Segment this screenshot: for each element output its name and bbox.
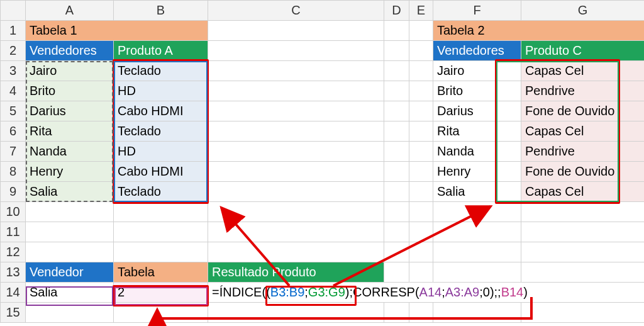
cell-F5[interactable]: Darius <box>433 101 521 121</box>
cell-E8[interactable] <box>409 162 433 182</box>
cell-B8[interactable]: Cabo HDMI <box>114 162 208 182</box>
lookup-header-tabela[interactable]: Tabela <box>114 262 208 283</box>
row-header-5[interactable]: 5 <box>1 101 26 121</box>
cell-A10[interactable] <box>26 202 114 222</box>
cell-D11[interactable] <box>384 222 409 242</box>
tabela1-title[interactable]: Tabela 1 <box>26 21 208 41</box>
cell-F13[interactable] <box>433 262 521 283</box>
cell-B11[interactable] <box>114 222 208 242</box>
row-header-14[interactable]: 14 <box>1 283 26 303</box>
cell-G7[interactable]: Pendrive <box>521 142 645 162</box>
row-header-2[interactable]: 2 <box>1 41 26 61</box>
cell-C15[interactable] <box>208 303 384 323</box>
cell-B10[interactable] <box>114 202 208 222</box>
cell-E7[interactable] <box>409 142 433 162</box>
cell-D7[interactable] <box>384 142 409 162</box>
cell-G12[interactable] <box>521 242 645 262</box>
cell-A9[interactable]: Salia <box>26 182 114 202</box>
cell-E12[interactable] <box>409 242 433 262</box>
cell-D4[interactable] <box>384 81 409 101</box>
cell-G3[interactable]: Capas Cel <box>521 61 645 81</box>
cell-E11[interactable] <box>409 222 433 242</box>
cell-E6[interactable] <box>409 121 433 142</box>
cell-C8[interactable] <box>208 162 384 182</box>
cell-E10[interactable] <box>409 202 433 222</box>
column-header-row[interactable]: A B C D E F G H <box>1 1 645 21</box>
cell-A5[interactable]: Darius <box>26 101 114 121</box>
cell-D8[interactable] <box>384 162 409 182</box>
cell-C9[interactable] <box>208 182 384 202</box>
cell-F3[interactable]: Jairo <box>433 61 521 81</box>
cell-C4[interactable] <box>208 81 384 101</box>
cell-G5[interactable]: Fone de Ouvido <box>521 101 645 121</box>
cell-C10[interactable] <box>208 202 384 222</box>
cell-E2[interactable] <box>409 41 433 61</box>
cell-A3[interactable]: Jairo <box>26 61 114 81</box>
cell-E13[interactable] <box>409 262 433 283</box>
lookup-header-vendedor[interactable]: Vendedor <box>26 262 114 283</box>
lookup-header-resultado[interactable]: Resultado Produto <box>208 262 384 283</box>
cell-D1[interactable] <box>384 21 409 41</box>
cell-F6[interactable]: Rita <box>433 121 521 142</box>
row-header-4[interactable]: 4 <box>1 81 26 101</box>
row-header-13[interactable]: 13 <box>1 262 26 283</box>
row-header-12[interactable]: 12 <box>1 242 26 262</box>
worksheet-grid[interactable]: A B C D E F G H 1 Tabela 1 Tabela 2 2 Ve… <box>0 0 644 323</box>
cell-F9[interactable]: Salia <box>433 182 521 202</box>
cell-B9[interactable]: Teclado <box>114 182 208 202</box>
cell-F15[interactable] <box>433 303 521 323</box>
row-header-7[interactable]: 7 <box>1 142 26 162</box>
cell-B3[interactable]: Teclado <box>114 61 208 81</box>
cell-C11[interactable] <box>208 222 384 242</box>
cell-D2[interactable] <box>384 41 409 61</box>
row-header-15[interactable]: 15 <box>1 303 26 323</box>
cell-D6[interactable] <box>384 121 409 142</box>
cell-C5[interactable] <box>208 101 384 121</box>
cell-G9[interactable]: Capas Cel <box>521 182 645 202</box>
cell-E4[interactable] <box>409 81 433 101</box>
cell-G13[interactable] <box>521 262 645 283</box>
tabela1-header-vendedores[interactable]: Vendedores <box>26 41 114 61</box>
col-header-C[interactable]: C <box>208 1 384 21</box>
cell-B15[interactable] <box>114 303 208 323</box>
cell-F12[interactable] <box>433 242 521 262</box>
cell-A6[interactable]: Rita <box>26 121 114 142</box>
cell-G4[interactable]: Pendrive <box>521 81 645 101</box>
cell-C1[interactable] <box>208 21 384 41</box>
cell-F7[interactable]: Nanda <box>433 142 521 162</box>
row-header-11[interactable]: 11 <box>1 222 26 242</box>
cell-F4[interactable]: Brito <box>433 81 521 101</box>
cell-C14-formula[interactable]: =ÍNDICE((B3:B9;G3:G9);CORRESP(A14;A3:A9;… <box>208 283 645 303</box>
cell-G8[interactable]: Fone de Ouvido <box>521 162 645 182</box>
cell-E15[interactable] <box>409 303 433 323</box>
cell-A11[interactable] <box>26 222 114 242</box>
row-header-6[interactable]: 6 <box>1 121 26 142</box>
cell-C3[interactable] <box>208 61 384 81</box>
cell-B6[interactable]: Teclado <box>114 121 208 142</box>
cell-A12[interactable] <box>26 242 114 262</box>
cell-D12[interactable] <box>384 242 409 262</box>
cell-D3[interactable] <box>384 61 409 81</box>
cell-E9[interactable] <box>409 182 433 202</box>
tabela2-header-vendedores[interactable]: Vendedores <box>433 41 521 61</box>
cell-A7[interactable]: Nanda <box>26 142 114 162</box>
cell-D5[interactable] <box>384 101 409 121</box>
cell-D9[interactable] <box>384 182 409 202</box>
cell-B7[interactable]: HD <box>114 142 208 162</box>
cell-B4[interactable]: HD <box>114 81 208 101</box>
cell-B5[interactable]: Cabo HDMI <box>114 101 208 121</box>
tabela2-title[interactable]: Tabela 2 <box>433 21 645 41</box>
cell-B12[interactable] <box>114 242 208 262</box>
cell-E5[interactable] <box>409 101 433 121</box>
row-header-1[interactable]: 1 <box>1 21 26 41</box>
row-header-10[interactable]: 10 <box>1 202 26 222</box>
cell-D10[interactable] <box>384 202 409 222</box>
row-header-9[interactable]: 9 <box>1 182 26 202</box>
col-header-B[interactable]: B <box>114 1 208 21</box>
row-header-8[interactable]: 8 <box>1 162 26 182</box>
col-header-G[interactable]: G <box>521 1 645 21</box>
col-header-E[interactable]: E <box>409 1 433 21</box>
cell-C2[interactable] <box>208 41 384 61</box>
cell-A14[interactable]: Salia <box>26 283 114 303</box>
cell-A8[interactable]: Henry <box>26 162 114 182</box>
